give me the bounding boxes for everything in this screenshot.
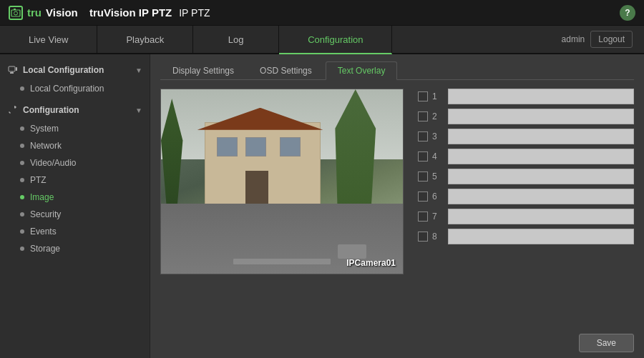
sidebar-arrow-config: ▼ [135, 106, 142, 114]
header: truVision truVision IP PTZ IP PTZ ? [0, 0, 644, 26]
sidebar-item-image[interactable]: Image [6, 189, 150, 206]
camera-image [161, 89, 403, 274]
tab-playback[interactable]: Playback [97, 26, 193, 53]
overlay-checkbox-1[interactable] [418, 91, 428, 101]
overlay-num-6: 6 [432, 192, 442, 202]
logo-vision: Vision [46, 6, 78, 19]
dot-icon [20, 126, 24, 131]
sidebar: Local Configuration ▼ Local Configuratio… [0, 54, 150, 358]
overlay-checkbox-6[interactable] [418, 192, 428, 202]
sidebar-system-label: System [30, 124, 59, 134]
save-button[interactable]: Save [579, 334, 634, 352]
nav-right: admin Logout [562, 26, 644, 53]
overlay-num-2: 2 [432, 111, 442, 121]
text-overlay-body: IPCamera01 1 2 3 [160, 89, 634, 274]
app-title: truVision IP PTZ [89, 6, 172, 19]
overlay-input-6[interactable] [448, 189, 634, 204]
sidebar-video-label: Video/Audio [30, 158, 77, 168]
overlay-row-5: 5 [418, 169, 634, 184]
sidebar-group-header-local[interactable]: Local Configuration ▼ [0, 60, 150, 80]
tab-display-settings[interactable]: Display Settings [160, 61, 246, 79]
overlay-num-4: 4 [432, 151, 442, 161]
local-config-icon [7, 64, 19, 76]
dot-icon [20, 161, 24, 165]
sidebar-security-label: Security [30, 209, 61, 219]
save-area: Save [150, 328, 644, 358]
dot-icon [20, 178, 24, 182]
username-label: admin [562, 34, 585, 44]
camera-label: IPCamera01 [346, 258, 396, 268]
overlay-checkbox-3[interactable] [418, 131, 428, 141]
main-area: Local Configuration ▼ Local Configuratio… [0, 54, 644, 358]
window [280, 137, 301, 156]
app-subtitle: IP PTZ [179, 7, 210, 19]
scene-car [338, 244, 367, 259]
overlay-checkbox-8[interactable] [418, 232, 428, 242]
nav-tabs: Live View Playback Log Configuration adm… [0, 26, 644, 54]
sidebar-item-system[interactable]: System [6, 120, 150, 137]
sidebar-item-security[interactable]: Security [6, 206, 150, 223]
sidebar-item-local-configuration[interactable]: Local Configuration [6, 80, 150, 97]
overlay-checkbox-4[interactable] [418, 151, 428, 161]
overlay-num-3: 3 [432, 131, 442, 141]
overlay-input-5[interactable] [448, 169, 634, 184]
overlay-checkbox-5[interactable] [418, 171, 428, 182]
overlay-input-2[interactable] [448, 109, 634, 124]
overlay-input-1[interactable] [448, 89, 634, 104]
sidebar-group-local-configuration: Local Configuration ▼ Local Configuratio… [0, 60, 150, 97]
overlay-input-3[interactable] [448, 129, 634, 144]
tab-log[interactable]: Log [193, 26, 279, 53]
camera-icon [11, 8, 21, 18]
svg-point-1 [14, 11, 18, 15]
logo-tru: tru [27, 6, 42, 19]
window [217, 137, 238, 156]
dot-icon [20, 247, 24, 251]
sub-tabs: Display Settings OSD Settings Text Overl… [160, 61, 634, 80]
dot-icon [20, 86, 24, 91]
overlay-fields: 1 2 3 4 [418, 89, 634, 249]
help-button[interactable]: ? [620, 5, 635, 21]
dot-icon [20, 195, 24, 199]
wrench-icon [7, 104, 19, 116]
dot-icon [20, 144, 24, 148]
sidebar-items-config: System Network Video/Audio PTZ Image [0, 120, 150, 257]
tab-osd-settings[interactable]: OSD Settings [248, 61, 324, 79]
dot-icon [20, 212, 24, 217]
sidebar-item-ptz[interactable]: PTZ [6, 171, 150, 189]
sidebar-ptz-label: PTZ [30, 175, 47, 185]
sidebar-item-network[interactable]: Network [6, 137, 150, 154]
sidebar-items-local: Local Configuration [0, 80, 150, 97]
logout-button[interactable]: Logout [590, 31, 633, 48]
overlay-num-5: 5 [432, 171, 442, 182]
content-area: Display Settings OSD Settings Text Overl… [150, 54, 644, 328]
overlay-input-8[interactable] [448, 229, 634, 244]
road-marking [233, 259, 330, 264]
overlay-row-7: 7 [418, 209, 634, 224]
window [245, 137, 266, 156]
sidebar-item-video-audio[interactable]: Video/Audio [6, 154, 150, 171]
camera-preview: IPCamera01 [160, 89, 404, 274]
content-wrapper: Display Settings OSD Settings Text Overl… [150, 54, 644, 358]
sidebar-group-header-config[interactable]: Configuration ▼ [0, 100, 150, 120]
svg-rect-4 [10, 72, 14, 74]
svg-rect-2 [14, 9, 16, 10]
sidebar-network-label: Network [30, 141, 62, 151]
overlay-num-1: 1 [432, 91, 442, 101]
overlay-row-1: 1 [418, 89, 634, 104]
overlay-row-3: 3 [418, 129, 634, 144]
overlay-input-4[interactable] [448, 149, 634, 164]
overlay-checkbox-7[interactable] [418, 212, 428, 222]
overlay-input-7[interactable] [448, 209, 634, 224]
tab-configuration[interactable]: Configuration [279, 26, 392, 54]
overlay-checkbox-2[interactable] [418, 111, 428, 121]
sidebar-item-storage[interactable]: Storage [6, 240, 150, 257]
overlay-num-8: 8 [432, 232, 442, 242]
logo: truVision truVision IP PTZ IP PTZ [9, 6, 210, 20]
tab-live-view[interactable]: Live View [0, 26, 97, 53]
logo-icon [9, 6, 23, 20]
tab-text-overlay[interactable]: Text Overlay [326, 61, 398, 80]
overlay-row-2: 2 [418, 109, 634, 124]
sidebar-storage-label: Storage [30, 244, 60, 254]
sidebar-item-events[interactable]: Events [6, 223, 150, 240]
sidebar-item-local-label: Local Configuration [30, 84, 104, 94]
